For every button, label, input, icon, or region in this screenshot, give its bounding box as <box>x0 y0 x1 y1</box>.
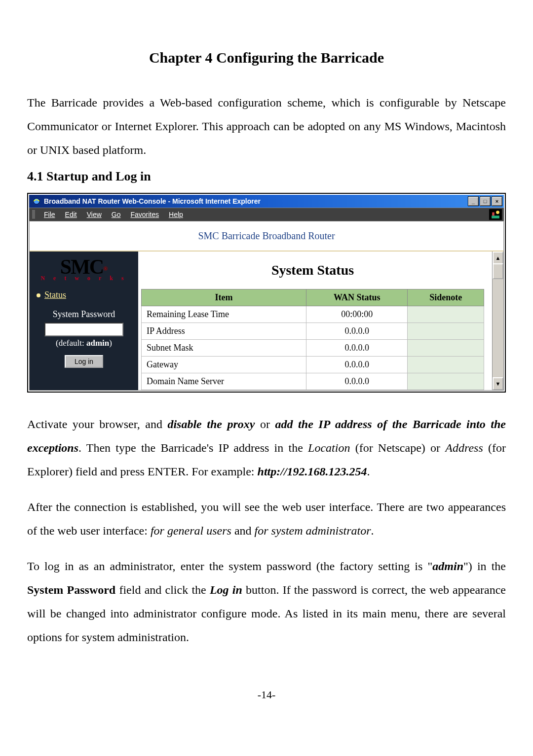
chapter-title: Chapter 4 Configuring the Barricade <box>27 49 506 66</box>
ie-icon <box>32 197 41 206</box>
menu-edit[interactable]: Edit <box>60 211 82 218</box>
table-row: IP Address 0.0.0.0 <box>142 323 484 340</box>
table-row: Domain Name Server 0.0.0.0 <box>142 373 484 390</box>
scroll-up-button[interactable]: ▲ <box>493 252 503 264</box>
menu-go[interactable]: Go <box>107 211 126 218</box>
menu-view[interactable]: View <box>82 211 107 218</box>
wan-status-table: Item WAN Status Sidenote Remaining Lease… <box>141 289 484 390</box>
sidebar-item-status[interactable]: Status <box>37 290 131 300</box>
maximize-button[interactable]: □ <box>480 196 491 206</box>
paragraph-intro: The Barricade provides a Web-based confi… <box>27 91 506 162</box>
svg-rect-1 <box>492 216 499 218</box>
page-title: System Status <box>141 262 484 278</box>
menubar-grip <box>32 210 35 219</box>
window-titlebar: Broadband NAT Router Web-Console - Micro… <box>29 195 504 208</box>
login-button[interactable]: Log in <box>65 355 103 368</box>
svg-point-0 <box>34 198 39 204</box>
paragraph-login: To log in as an administrator, enter the… <box>27 554 506 649</box>
menu-file[interactable]: File <box>39 211 60 218</box>
password-hint: (default: admin) <box>37 338 131 348</box>
minimize-button[interactable]: _ <box>468 196 479 206</box>
menu-favorites[interactable]: Favorites <box>125 211 164 218</box>
app-banner: SMC Barricade Broadband Router <box>30 221 503 252</box>
bullet-icon <box>37 293 40 297</box>
sidebar: SMC® N e t w o r k s Status System Passw… <box>30 252 138 390</box>
throbber-icon <box>489 209 502 220</box>
col-item: Item <box>142 289 306 306</box>
svg-point-3 <box>496 211 499 214</box>
close-button[interactable]: × <box>492 196 502 206</box>
table-row: Subnet Mask 0.0.0.0 <box>142 340 484 357</box>
screenshot-window: Broadband NAT Router Web-Console - Micro… <box>27 193 506 393</box>
brand-logo: SMC® N e t w o r k s <box>37 256 131 281</box>
paragraph-ui-modes: After the connection is established, you… <box>27 495 506 542</box>
col-wan: WAN Status <box>306 289 408 306</box>
table-row: Gateway 0.0.0.0 <box>142 357 484 373</box>
window-title: Broadband NAT Router Web-Console - Micro… <box>44 197 468 205</box>
page-number: -14- <box>27 688 506 701</box>
vertical-scrollbar[interactable]: ▲ ▼ <box>492 252 503 390</box>
scroll-thumb[interactable] <box>493 263 503 279</box>
paragraph-proxy: Activate your browser, and disable the p… <box>27 412 506 483</box>
section-title: 4.1 Startup and Log in <box>27 169 506 184</box>
svg-rect-2 <box>492 213 495 216</box>
password-input[interactable] <box>44 323 123 336</box>
password-label: System Password <box>37 309 131 320</box>
menubar: File Edit View Go Favorites Help <box>29 208 504 221</box>
scroll-down-button[interactable]: ▼ <box>493 377 503 390</box>
table-row: Remaining Lease Time 00:00:00 <box>142 306 484 323</box>
col-sidenote: Sidenote <box>408 289 484 306</box>
menu-help[interactable]: Help <box>164 211 188 218</box>
sidebar-item-label: Status <box>44 290 66 300</box>
